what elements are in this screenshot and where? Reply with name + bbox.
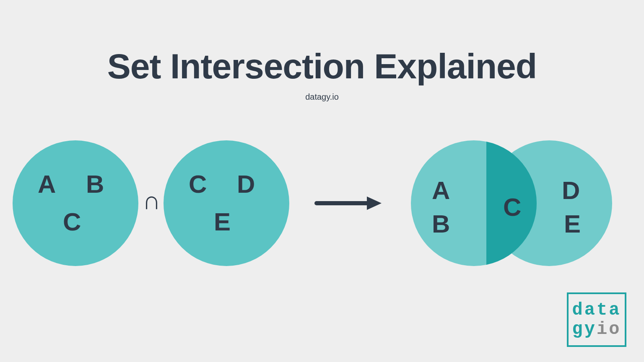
set-a-element: C — [63, 207, 81, 236]
logo-text-gy: gy — [572, 319, 597, 339]
arrow-icon — [314, 195, 386, 212]
venn-right-element: D — [562, 176, 580, 205]
set-a-element: A — [38, 170, 56, 199]
datagy-logo: data gyio — [567, 292, 626, 347]
venn-left-element: A — [432, 176, 450, 205]
set-b-circle: C D E — [164, 140, 289, 266]
page-subtitle: datagy.io — [0, 92, 644, 102]
set-b-element: D — [237, 170, 255, 199]
set-a-element: B — [86, 170, 104, 199]
set-b-element: E — [214, 207, 231, 236]
set-a-circle: A B C — [13, 140, 138, 266]
logo-text-data: data — [572, 300, 621, 320]
venn-right-element: E — [564, 209, 581, 238]
page-title: Set Intersection Explained — [0, 46, 644, 87]
venn-left-element: B — [432, 209, 450, 238]
venn-intersection-element: C — [503, 193, 521, 222]
logo-text-io: io — [597, 319, 621, 339]
set-b-element: C — [189, 170, 207, 199]
intersection-symbol: ∩ — [143, 186, 161, 215]
venn-diagram: A B C ∩ C D E A B C D E — [13, 132, 631, 274]
